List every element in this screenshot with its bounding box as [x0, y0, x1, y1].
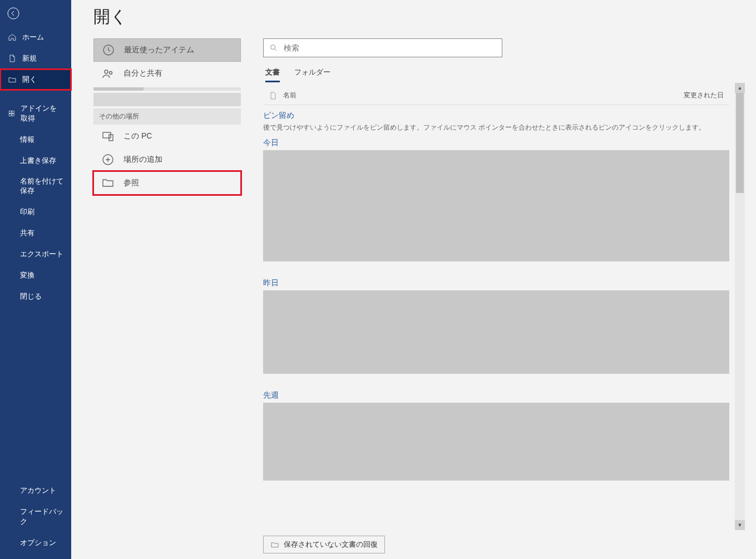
lastweek-files-placeholder[interactable]	[263, 403, 729, 481]
nav-save[interactable]: 上書き保存	[0, 150, 71, 171]
section-pinned-desc: 後で見つけやすいようにファイルをピン留めします。ファイルにマウス ポインターを合…	[263, 123, 729, 132]
nav-options[interactable]: オプション	[0, 532, 71, 553]
location-add-place[interactable]: 場所の追加	[93, 148, 241, 171]
locations-spacer	[93, 93, 241, 106]
location-recent[interactable]: 最近使ったアイテム	[93, 38, 241, 62]
page-title: 開く	[93, 6, 745, 28]
recover-unsaved-label: 保存されていない文書の回復	[284, 540, 378, 550]
nav-feedback[interactable]: フィードバック	[0, 501, 71, 532]
tab-folders[interactable]: フォルダー	[294, 65, 330, 82]
file-icon	[269, 91, 278, 100]
backstage-sidebar: ホーム 新規 開く アドインを取得 情報 上書き保存 名前を付けて保存 印刷 共…	[0, 0, 71, 559]
location-browse[interactable]: 参照	[93, 171, 241, 195]
document-icon	[8, 54, 17, 63]
section-today-title: 今日	[263, 138, 729, 148]
nav-home-label: ホーム	[22, 32, 44, 42]
nav-get-addins[interactable]: アドインを取得	[0, 98, 71, 129]
file-list-body: 名前 変更された日 ピン留め 後で見つけやすいようにファイルをピン留めします。フ…	[263, 83, 733, 530]
nav-save-as[interactable]: 名前を付けて保存	[0, 171, 71, 201]
folder-open-icon	[270, 540, 279, 549]
scrollbar[interactable]: ▲ ▼	[735, 83, 745, 530]
nav-print[interactable]: 印刷	[0, 201, 71, 222]
nav-account[interactable]: アカウント	[0, 480, 71, 501]
svg-point-7	[110, 72, 112, 75]
back-arrow-icon	[7, 7, 20, 20]
nav-open[interactable]: 開く	[0, 69, 71, 90]
nav-get-addins-label: アドインを取得	[21, 103, 63, 123]
nav-transform[interactable]: 変換	[0, 265, 71, 286]
list-header: 名前 変更された日	[263, 86, 729, 105]
section-lastweek-title: 先週	[263, 390, 729, 400]
location-this-pc-label: この PC	[123, 131, 152, 141]
locations-other-heading: その他の場所	[93, 108, 241, 125]
section-pinned-title: ピン留め	[263, 111, 729, 121]
add-place-icon	[101, 153, 115, 166]
clock-icon	[102, 43, 115, 57]
search-box[interactable]	[263, 38, 502, 57]
nav-export[interactable]: エクスポート	[0, 244, 71, 265]
today-files-placeholder[interactable]	[263, 150, 729, 261]
file-tabs: 文書 フォルダー	[263, 65, 745, 83]
nav-info[interactable]: 情報	[0, 129, 71, 150]
svg-rect-3	[9, 114, 11, 116]
main-area: 開く 最近使ったアイテム 自分と共有 その他の場所 この PC 場所の追加	[71, 0, 756, 559]
nav-share[interactable]: 共有	[0, 222, 71, 244]
location-recent-label: 最近使ったアイテム	[124, 45, 194, 55]
people-icon	[101, 67, 115, 80]
pc-icon	[101, 130, 115, 143]
svg-point-0	[8, 8, 19, 19]
nav-close[interactable]: 閉じる	[0, 286, 71, 307]
file-list-panel: 文書 フォルダー 名前 変更された日 ピン留め 後で見つけやすいようにファイルを…	[263, 38, 745, 553]
home-icon	[8, 33, 17, 42]
scrollbar-track[interactable]	[735, 93, 745, 520]
location-add-place-label: 場所の追加	[123, 155, 162, 165]
svg-rect-8	[103, 132, 111, 138]
nav-open-label: 開く	[22, 75, 37, 85]
tab-documents[interactable]: 文書	[265, 65, 280, 82]
svg-rect-1	[9, 111, 11, 113]
search-icon	[269, 43, 278, 52]
col-modified-label[interactable]: 変更された日	[684, 91, 724, 100]
scroll-up-button[interactable]: ▲	[735, 83, 745, 93]
svg-rect-2	[12, 111, 14, 113]
section-yesterday-title: 昨日	[263, 278, 729, 288]
back-button[interactable]	[0, 0, 27, 27]
svg-point-11	[271, 45, 275, 50]
addins-icon	[8, 109, 15, 118]
svg-point-6	[105, 70, 108, 73]
locations-divider	[93, 87, 241, 91]
nav-new-label: 新規	[22, 53, 37, 63]
recover-unsaved-button[interactable]: 保存されていない文書の回復	[263, 536, 385, 553]
svg-rect-4	[12, 114, 14, 116]
scroll-down-button[interactable]: ▼	[735, 520, 745, 530]
location-shared[interactable]: 自分と共有	[93, 62, 241, 85]
locations-panel: 最近使ったアイテム 自分と共有 その他の場所 この PC 場所の追加 参照	[93, 38, 241, 553]
nav-home[interactable]: ホーム	[0, 27, 71, 48]
location-shared-label: 自分と共有	[123, 68, 162, 78]
col-name-label[interactable]: 名前	[283, 91, 297, 100]
search-input[interactable]	[284, 43, 496, 52]
location-browse-label: 参照	[123, 178, 139, 188]
scrollbar-thumb[interactable]	[736, 93, 744, 193]
yesterday-files-placeholder[interactable]	[263, 290, 729, 374]
nav-new[interactable]: 新規	[0, 48, 71, 69]
folder-open-icon	[8, 75, 17, 84]
folder-icon	[101, 176, 115, 190]
location-this-pc[interactable]: この PC	[93, 125, 241, 148]
